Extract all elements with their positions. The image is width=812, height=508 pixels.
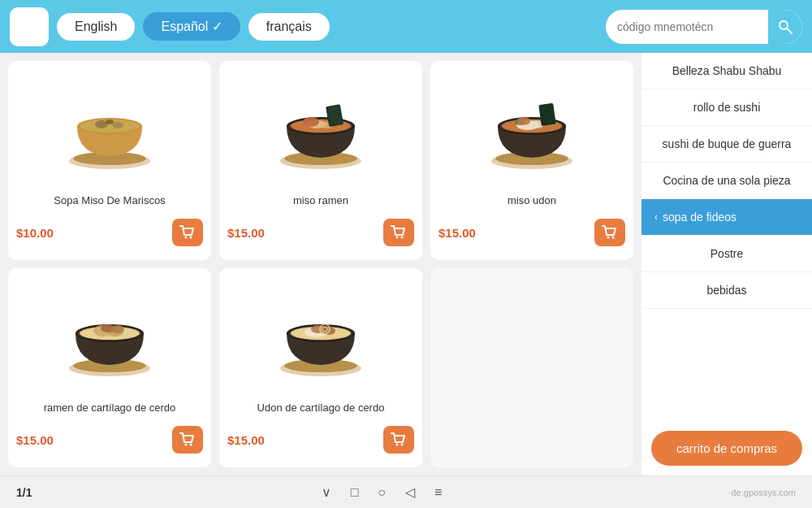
lang-english-button[interactable]: English xyxy=(57,13,135,41)
product-name-miso-mariscos: Sopa Miso De Mariscos xyxy=(54,188,165,212)
sidebar-item-cocina[interactable]: Cocina de una sola pieza xyxy=(641,163,812,199)
product-image-miso-ramen xyxy=(227,69,414,183)
svg-point-35 xyxy=(612,237,615,239)
product-name-miso-udon: miso udon xyxy=(508,188,556,212)
product-price-ramen-cartilago: $15.00 xyxy=(16,433,54,447)
chevron-left-icon: ‹ xyxy=(654,211,658,223)
svg-point-11 xyxy=(190,237,192,239)
add-to-cart-miso-udon[interactable] xyxy=(594,219,625,246)
product-image-miso-udon xyxy=(438,69,625,183)
main-area: Sopa Miso De Mariscos $10.00 xyxy=(0,53,812,475)
sidebar-item-rollo-sushi[interactable]: rollo de sushi xyxy=(641,89,812,126)
product-image-ramen-cartilago xyxy=(16,276,203,390)
search-input[interactable] xyxy=(606,20,768,33)
nav-circle-icon[interactable]: ○ xyxy=(378,485,386,500)
add-to-cart-miso-ramen[interactable] xyxy=(383,219,414,246)
svg-point-23 xyxy=(401,237,404,239)
svg-point-34 xyxy=(607,237,610,239)
product-footer-miso-udon: $15.00 xyxy=(438,219,625,246)
sidebar-item-bebidas[interactable]: bebidas xyxy=(641,272,812,309)
svg-point-21 xyxy=(303,117,319,127)
pagination-text: 1/1 xyxy=(16,486,32,499)
svg-point-46 xyxy=(190,444,192,446)
add-to-cart-miso-mariscos[interactable] xyxy=(172,219,203,246)
product-footer-miso-mariscos: $10.00 xyxy=(16,219,203,246)
svg-point-45 xyxy=(185,444,188,446)
product-image-udon-cartilago xyxy=(227,276,414,390)
sidebar: Belleza Shabu Shabu rollo de sushi sushi… xyxy=(641,53,812,475)
svg-point-33 xyxy=(517,117,530,125)
watermark-text: de.gpossys.com xyxy=(732,488,796,497)
svg-point-57 xyxy=(396,444,399,446)
nav-menu-icon[interactable]: ≡ xyxy=(434,485,442,500)
svg-point-22 xyxy=(396,237,399,239)
product-price-miso-udon: $15.00 xyxy=(438,226,476,240)
product-card-miso-mariscos: Sopa Miso De Mariscos $10.00 xyxy=(8,61,211,260)
product-image-miso-mariscos xyxy=(16,69,203,183)
top-bar: English Español ✓ français xyxy=(0,0,812,53)
cart-bottom-button[interactable]: carrito de compras xyxy=(651,431,802,466)
sidebar-item-belleza[interactable]: Belleza Shabu Shabu xyxy=(641,53,812,89)
product-price-miso-ramen: $15.00 xyxy=(227,226,265,240)
search-button[interactable] xyxy=(768,10,802,44)
bottom-bar: 1/1 ∨ □ ○ ◁ ≡ de.gpossys.com xyxy=(0,475,812,508)
svg-point-10 xyxy=(185,237,188,239)
nav-back-icon[interactable]: ◁ xyxy=(405,484,415,500)
product-card-udon-cartilago: Udon de cartílago de cerdo $15.00 xyxy=(219,268,422,467)
product-card-ramen-cartilago: ramen de cartílago de cerdo $15.00 xyxy=(8,268,211,467)
product-grid: Sopa Miso De Mariscos $10.00 xyxy=(0,53,641,475)
svg-rect-32 xyxy=(538,103,555,126)
product-footer-udon-cartilago: $15.00 xyxy=(227,426,414,454)
svg-line-1 xyxy=(787,28,792,33)
nav-square-icon[interactable]: □ xyxy=(351,485,359,500)
svg-point-8 xyxy=(112,122,123,128)
sidebar-item-sushi-buque[interactable]: sushi de buque de guerra xyxy=(641,126,812,163)
product-card-miso-udon: miso udon $15.00 xyxy=(430,61,633,260)
lang-francais-button[interactable]: français xyxy=(248,13,330,41)
product-name-ramen-cartilago: ramen de cartílago de cerdo xyxy=(44,395,176,419)
product-footer-ramen-cartilago: $15.00 xyxy=(16,426,203,454)
product-price-miso-mariscos: $10.00 xyxy=(16,226,54,240)
sidebar-item-sopa-fideos[interactable]: ‹ sopa de fideos xyxy=(641,199,812,236)
product-price-udon-cartilago: $15.00 xyxy=(227,433,265,447)
product-card-miso-ramen: miso ramen $15.00 xyxy=(219,61,422,260)
svg-point-58 xyxy=(401,444,404,446)
product-footer-miso-ramen: $15.00 xyxy=(227,219,414,246)
home-button[interactable] xyxy=(10,7,49,46)
add-to-cart-udon-cartilago[interactable] xyxy=(383,426,414,454)
nav-icons: ∨ □ ○ ◁ ≡ xyxy=(322,484,443,500)
product-card-empty xyxy=(430,268,633,467)
add-to-cart-ramen-cartilago[interactable] xyxy=(172,426,203,454)
nav-down-icon[interactable]: ∨ xyxy=(322,484,331,500)
svg-point-9 xyxy=(106,119,114,124)
lang-espanol-button[interactable]: Español ✓ xyxy=(143,12,240,41)
product-name-udon-cartilago: Udon de cartílago de cerdo xyxy=(257,395,385,419)
svg-point-44 xyxy=(111,325,124,333)
product-name-miso-ramen: miso ramen xyxy=(293,188,348,212)
search-box xyxy=(606,10,802,44)
sidebar-item-postre[interactable]: Postre xyxy=(641,236,812,272)
